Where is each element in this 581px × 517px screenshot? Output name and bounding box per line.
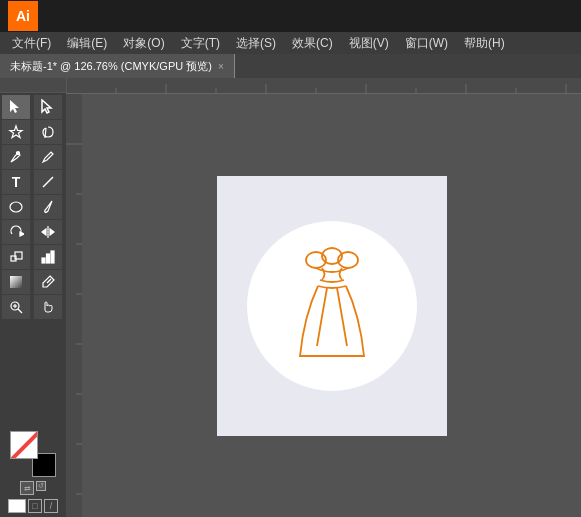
- svg-line-19: [18, 309, 22, 313]
- svg-marker-9: [42, 229, 46, 235]
- svg-line-22: [11, 432, 38, 459]
- ai-logo: Ai: [8, 1, 38, 31]
- main-area: T: [0, 78, 581, 517]
- menu-select[interactable]: 选择(S): [228, 33, 284, 54]
- tab-close-button[interactable]: ×: [218, 61, 224, 72]
- tool-grid: T: [0, 93, 66, 321]
- magic-wand-tool[interactable]: [2, 120, 30, 144]
- menu-window[interactable]: 窗口(W): [397, 33, 456, 54]
- reset-colors-icon[interactable]: ↺: [36, 481, 46, 491]
- tab-bar: 未标题-1* @ 126.76% (CMYK/GPU 预览) ×: [0, 54, 581, 78]
- line-tool[interactable]: [34, 170, 62, 194]
- horizontal-ruler: [66, 78, 581, 94]
- dress-drawing: [272, 236, 392, 376]
- svg-rect-13: [42, 258, 45, 263]
- tab-document[interactable]: 未标题-1* @ 126.76% (CMYK/GPU 预览) ×: [0, 54, 235, 78]
- menu-type[interactable]: 文字(T): [173, 33, 228, 54]
- svg-marker-7: [20, 232, 24, 236]
- svg-point-4: [17, 152, 20, 155]
- menu-file[interactable]: 文件(F): [4, 33, 59, 54]
- svg-rect-35: [66, 94, 82, 517]
- direct-select-tool[interactable]: [34, 95, 62, 119]
- swap-colors-icon[interactable]: ⇄: [20, 481, 34, 495]
- pencil-tool[interactable]: [34, 145, 62, 169]
- gradient-tool[interactable]: [2, 270, 30, 294]
- svg-marker-10: [50, 229, 54, 235]
- bar-chart-tool[interactable]: [34, 245, 62, 269]
- svg-rect-23: [66, 78, 581, 94]
- toolbar-ruler: [0, 78, 66, 93]
- stroke-mode-icon[interactable]: □: [28, 499, 42, 513]
- svg-rect-16: [10, 276, 22, 288]
- type-tool[interactable]: T: [2, 170, 30, 194]
- select-tool[interactable]: [2, 95, 30, 119]
- svg-line-5: [43, 177, 53, 187]
- menu-bar: 文件(F) 编辑(E) 对象(O) 文字(T) 选择(S) 效果(C) 视图(V…: [0, 32, 581, 54]
- rotate-tool[interactable]: [2, 220, 30, 244]
- ellipse-tool[interactable]: [2, 195, 30, 219]
- canvas-inner[interactable]: [82, 94, 581, 517]
- artboard: [217, 176, 447, 436]
- paintbrush-tool[interactable]: [34, 195, 62, 219]
- menu-edit[interactable]: 编辑(E): [59, 33, 115, 54]
- eyedropper-tool[interactable]: [34, 270, 62, 294]
- title-bar: Ai: [0, 0, 581, 32]
- fill-mode-icon[interactable]: [8, 499, 26, 513]
- reflect-tool[interactable]: [34, 220, 62, 244]
- menu-effect[interactable]: 效果(C): [284, 33, 341, 54]
- white-circle: [247, 221, 417, 391]
- no-paint-icon[interactable]: /: [44, 499, 58, 513]
- svg-rect-15: [51, 251, 54, 263]
- scale-tool[interactable]: [2, 245, 30, 269]
- foreground-color-swatch[interactable]: [10, 431, 38, 459]
- menu-view[interactable]: 视图(V): [341, 33, 397, 54]
- svg-marker-1: [42, 100, 51, 113]
- svg-marker-0: [10, 100, 19, 113]
- svg-line-17: [47, 279, 51, 283]
- menu-help[interactable]: 帮助(H): [456, 33, 513, 54]
- vertical-ruler: [66, 94, 82, 517]
- canvas-area: [66, 78, 581, 517]
- tab-label: 未标题-1* @ 126.76% (CMYK/GPU 预览): [10, 59, 212, 74]
- svg-rect-14: [46, 254, 49, 263]
- pen-tool[interactable]: [2, 145, 30, 169]
- lasso-tool[interactable]: [34, 120, 62, 144]
- zoom-tool[interactable]: [2, 295, 30, 319]
- svg-point-6: [10, 202, 22, 212]
- hand-tool[interactable]: [34, 295, 62, 319]
- menu-object[interactable]: 对象(O): [115, 33, 172, 54]
- svg-marker-2: [10, 126, 22, 138]
- toolbar: T: [0, 78, 66, 517]
- color-area: ⇄ ↺ □ /: [0, 423, 66, 517]
